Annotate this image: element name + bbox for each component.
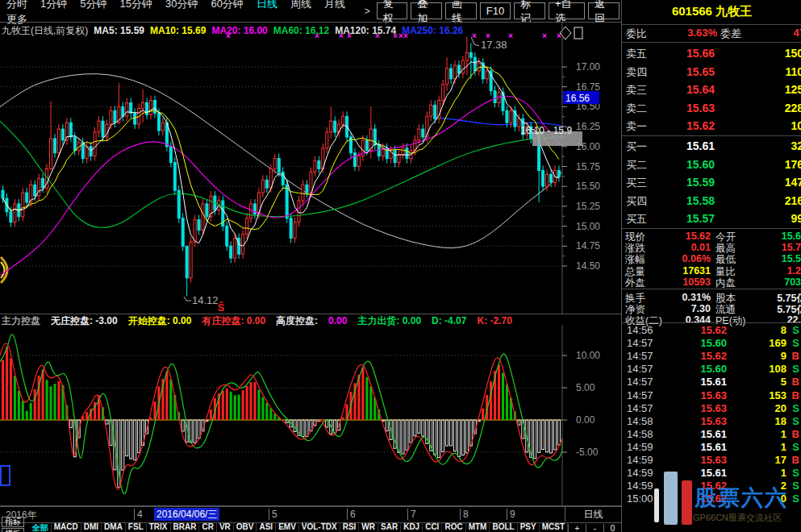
tab-DMI[interactable]: DMI: [81, 522, 102, 532]
period-item-分时[interactable]: 分时: [0, 0, 34, 10]
tab-MTM[interactable]: MTM: [466, 522, 490, 532]
tab-OBV[interactable]: OBV: [234, 522, 257, 532]
selected-date-box[interactable]: 2016/04/06/三: [154, 508, 219, 521]
tab-BRAR[interactable]: BRAR: [171, 522, 200, 532]
tab-CCI[interactable]: CCI: [423, 522, 442, 532]
table-row[interactable]: 14:5715.60169S: [622, 337, 801, 350]
table-row[interactable]: 买二15.60176: [622, 156, 801, 173]
table-row[interactable]: 涨跌0.01最高15.71: [622, 242, 801, 253]
tab-指标[interactable]: 指标: [2, 517, 24, 527]
table-row[interactable]: 换手0.31%股本5.75亿: [622, 292, 801, 303]
period-item-月线[interactable]: 月线: [318, 0, 352, 10]
tab-RSI[interactable]: RSI: [340, 522, 360, 532]
control-+[interactable]: +: [568, 524, 586, 532]
table-row[interactable]: 买三15.59147: [622, 173, 801, 191]
ask-volume: 10: [791, 119, 801, 132]
tick-price: 15.63: [678, 415, 727, 427]
tab-MCST[interactable]: MCST: [540, 522, 568, 532]
table-row[interactable]: 现价15.62今开15.60: [622, 231, 801, 242]
tab-FSL[interactable]: FSL: [126, 522, 147, 532]
toolbar-button-复权[interactable]: 复权: [377, 2, 408, 19]
table-row[interactable]: 涨幅0.06%最低15.56: [622, 253, 801, 264]
tick-flag: S: [792, 337, 799, 349]
table-row[interactable]: 卖一15.6210: [622, 117, 801, 135]
control--[interactable]: -: [586, 524, 603, 532]
tab-WR[interactable]: WR: [359, 522, 378, 532]
tick-time: 14:57: [627, 376, 653, 388]
table-row[interactable]: 14:5715.615B: [622, 376, 801, 389]
tab-ASI[interactable]: ASI: [257, 522, 276, 532]
scroll-marker[interactable]: [0, 465, 10, 486]
tab-BOLL[interactable]: BOLL: [490, 522, 517, 532]
ask-price: 15.65: [666, 65, 715, 78]
tab-ROC[interactable]: ROC: [442, 522, 465, 532]
tab-模板[interactable]: 模板: [2, 528, 24, 532]
ma-label: MA250: 16.26: [402, 25, 463, 36]
period-item-30分钟[interactable]: 30分钟: [159, 0, 204, 10]
candlestick-chart[interactable]: ×××××××××××××17.3814.12Ŝ17.0016.7516.501…: [0, 22, 621, 314]
toolbar-button-+自选[interactable]: +自选: [549, 2, 585, 19]
table-row[interactable]: 外盘10593内盘7038: [622, 276, 801, 288]
table-row[interactable]: 买一15.6132: [622, 137, 801, 155]
period-item-1分钟[interactable]: 1分钟: [34, 0, 73, 10]
table-row[interactable]: 14:5815.611B: [622, 428, 801, 441]
table-row[interactable]: 14:5615.628S: [622, 324, 801, 337]
table-row[interactable]: 净资7.30流通5.75亿: [622, 303, 801, 314]
toolbar-button-返回[interactable]: 返回: [588, 2, 620, 19]
table-row[interactable]: 买五15.5799: [622, 210, 801, 227]
table-row[interactable]: 卖三15.64125: [622, 81, 801, 98]
indicator-value-label: 高度控盘:: [276, 315, 318, 326]
table-row[interactable]: 14:5915.6317B: [622, 454, 801, 467]
tab-CR[interactable]: CR: [199, 522, 216, 532]
tab-MACD[interactable]: MACD: [52, 522, 81, 532]
table-row[interactable]: 卖二15.63228: [622, 99, 801, 117]
bid-price: 15.58: [666, 194, 715, 207]
tab-VR[interactable]: VR: [217, 522, 234, 532]
period-item-15分钟[interactable]: 15分钟: [113, 0, 158, 10]
bid-label: 买二: [626, 158, 647, 172]
table-row[interactable]: 14:5715.63153B: [622, 389, 801, 402]
table-row[interactable]: 14:5915.611S: [622, 441, 801, 454]
table-row[interactable]: 委比3.63%委差47: [622, 27, 801, 43]
toolbar-button-标记[interactable]: 标记: [514, 2, 545, 19]
period-item-5分钟[interactable]: 5分钟: [73, 0, 113, 10]
tab-PSY[interactable]: PSY: [518, 522, 540, 532]
more-arrow-icon[interactable]: >: [361, 6, 373, 17]
period-item-周线[interactable]: 周线: [284, 0, 318, 10]
tick-flag: B: [792, 428, 799, 440]
tab-EMV[interactable]: EMV: [276, 522, 299, 532]
table-row[interactable]: 14:5715.629B: [622, 350, 801, 363]
table-row[interactable]: 14:5715.60108S: [622, 363, 801, 376]
month-tick: 6: [347, 509, 356, 520]
table-row[interactable]: 14:5815.6318S: [622, 415, 801, 428]
table-row[interactable]: 14:5715.6320S: [622, 402, 801, 415]
watermark-bar-icon: [654, 488, 659, 522]
tab-TRIX[interactable]: TRIX: [147, 522, 171, 532]
table-row[interactable]: 买四15.58216: [622, 192, 801, 210]
bid-label: 买四: [626, 194, 647, 209]
chart-title: 九牧王(日线,前复权): [2, 25, 88, 36]
control-0[interactable]: 0: [603, 524, 621, 532]
period-item-60分钟[interactable]: 60分钟: [204, 0, 249, 10]
tick-price: 15.61: [678, 376, 727, 388]
ask-price: 15.62: [666, 119, 715, 132]
toolbar-button-F10[interactable]: F10: [480, 2, 511, 19]
tab-VOL-TDX[interactable]: VOL-TDX: [299, 522, 340, 532]
month-tick: 8: [460, 509, 469, 520]
tab-DMA[interactable]: DMA: [102, 522, 126, 532]
tab-all[interactable]: 全部: [30, 522, 52, 532]
month-tick: 9: [507, 509, 515, 520]
oscillator-chart[interactable]: 10.005.000.00-5.00: [0, 325, 621, 506]
tick-flag: S: [792, 415, 799, 427]
table-row[interactable]: 卖四15.65110: [622, 63, 801, 81]
table-row[interactable]: 卖五15.66150: [622, 44, 801, 62]
period-box[interactable]: 日线: [565, 507, 621, 522]
tick-volume: 169: [735, 337, 786, 349]
tick-time: 14:58: [627, 415, 653, 427]
toolbar-button-画线[interactable]: 画线: [445, 2, 477, 19]
table-row[interactable]: 总量17631量比1.27: [622, 265, 801, 276]
toolbar-button-叠加[interactable]: 叠加: [411, 2, 442, 19]
tab-SAR[interactable]: SAR: [378, 522, 401, 532]
period-item-日线[interactable]: 日线: [250, 0, 284, 10]
tab-KDJ[interactable]: KDJ: [401, 522, 423, 532]
